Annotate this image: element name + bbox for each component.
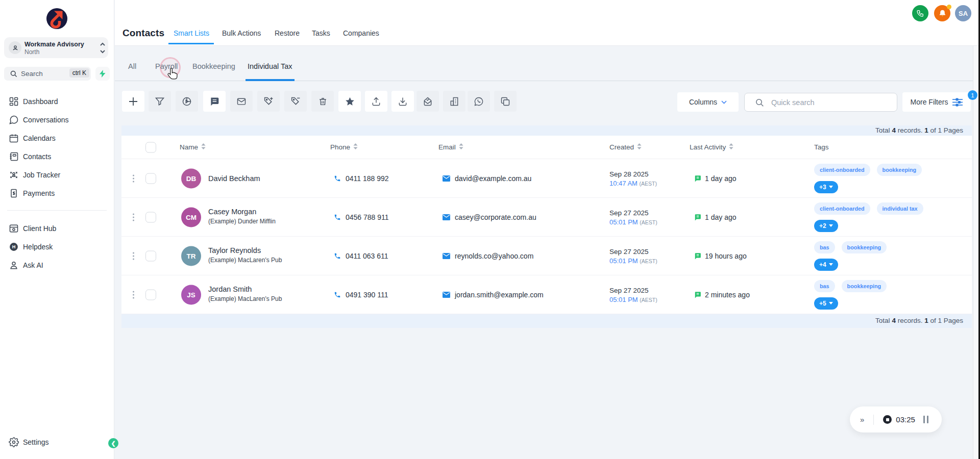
svg-text:H: H	[12, 244, 16, 249]
